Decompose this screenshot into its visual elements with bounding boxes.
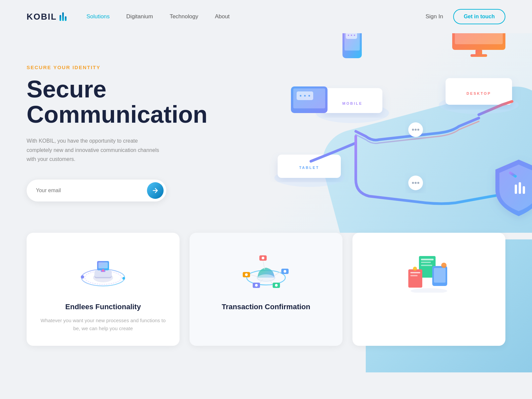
svg-point-64 — [255, 284, 258, 287]
email-input[interactable] — [36, 188, 147, 194]
card-2-title: Transaction Confirmation — [203, 303, 329, 311]
hero-description: With KOBIL, you have the opportunity to … — [27, 136, 160, 164]
svg-point-56 — [258, 274, 274, 281]
logo: KOBIL — [27, 12, 66, 22]
svg-rect-24 — [278, 155, 341, 174]
svg-text:DESKTOP: DESKTOP — [466, 91, 491, 95]
svg-point-29 — [300, 95, 302, 97]
svg-rect-75 — [421, 265, 432, 266]
header-right: Sign In Get in touch — [426, 9, 505, 24]
card-2-icon — [239, 249, 293, 293]
nav-digitanium[interactable]: Digitanium — [126, 13, 153, 20]
svg-rect-42 — [523, 186, 525, 194]
svg-point-8 — [351, 35, 352, 36]
svg-rect-77 — [434, 268, 446, 283]
nav-about[interactable]: About — [215, 13, 229, 20]
card-1-icon — [76, 249, 130, 293]
svg-point-38 — [415, 182, 417, 184]
svg-point-7 — [348, 35, 349, 36]
logo-bar-3 — [65, 16, 66, 21]
svg-point-83 — [411, 288, 447, 293]
svg-rect-40 — [515, 185, 517, 194]
email-form — [27, 180, 166, 201]
svg-rect-41 — [519, 182, 521, 194]
main-nav: Solutions Digitanium Technology About — [86, 13, 230, 20]
svg-point-30 — [304, 95, 306, 97]
get-in-touch-button[interactable]: Get in touch — [453, 9, 505, 24]
svg-point-35 — [417, 129, 419, 131]
svg-point-39 — [417, 182, 419, 184]
hero-section: SECURE YOUR IDENTITY Secure Communicatio… — [0, 33, 532, 239]
header-left: KOBIL Solutions Digitanium Technology Ab… — [27, 12, 230, 22]
svg-rect-6 — [346, 33, 357, 39]
svg-rect-74 — [421, 262, 431, 263]
device-illustration — [402, 249, 456, 293]
svg-rect-15 — [455, 33, 503, 44]
arrow-right-icon — [152, 187, 159, 194]
functionality-illustration — [76, 251, 130, 291]
card-1-title: Endlees Functionality — [40, 303, 166, 311]
email-submit-button[interactable] — [147, 182, 164, 199]
svg-point-37 — [412, 182, 414, 184]
card-1-description: Whatever you want your new processes and… — [40, 317, 166, 332]
svg-point-33 — [412, 129, 414, 131]
svg-point-58 — [245, 273, 248, 276]
hero-content: SECURE YOUR IDENTITY Secure Communicatio… — [27, 65, 200, 201]
svg-rect-21 — [470, 54, 487, 57]
svg-point-9 — [354, 35, 355, 36]
svg-rect-79 — [410, 272, 420, 273]
logo-text: KOBIL — [27, 12, 57, 22]
hero-title-line1: Secure — [27, 76, 106, 102]
svg-point-81 — [441, 263, 447, 268]
svg-rect-12 — [446, 78, 512, 101]
svg-rect-73 — [421, 259, 434, 260]
sign-in-link[interactable]: Sign In — [426, 13, 443, 20]
hero-illustration: MOBILE DESKTOP — [253, 33, 532, 239]
logo-bar-1 — [60, 15, 61, 21]
hero-title: Secure Communication — [27, 77, 200, 127]
svg-point-52 — [122, 277, 125, 280]
svg-rect-20 — [475, 50, 482, 55]
network-illustration: MOBILE DESKTOP — [253, 33, 532, 239]
transaction-illustration — [239, 249, 293, 293]
svg-point-53 — [102, 269, 104, 272]
card-transaction: Transaction Confirmation — [190, 233, 342, 346]
svg-rect-49 — [98, 262, 108, 268]
card-3-icon — [402, 249, 456, 293]
logo-bars-icon — [60, 12, 66, 21]
logo-bar-2 — [62, 12, 64, 21]
hero-title-line2: Communication — [27, 101, 207, 128]
svg-line-67 — [250, 275, 258, 277]
svg-text:TABLET: TABLET — [299, 166, 320, 170]
svg-point-62 — [284, 270, 286, 273]
nav-technology[interactable]: Technology — [170, 13, 198, 20]
svg-text:MOBILE: MOBILE — [342, 101, 363, 105]
svg-point-60 — [262, 257, 264, 259]
header: KOBIL Solutions Digitanium Technology Ab… — [0, 0, 532, 33]
card-third — [352, 233, 505, 346]
card-functionality: Endlees Functionality Whatever you want … — [27, 233, 180, 346]
svg-point-34 — [415, 129, 417, 131]
nav-solutions[interactable]: Solutions — [86, 13, 110, 20]
hero-eyebrow: SECURE YOUR IDENTITY — [27, 65, 200, 70]
svg-point-51 — [81, 275, 84, 279]
svg-rect-80 — [410, 275, 418, 276]
svg-line-68 — [263, 261, 265, 269]
svg-point-66 — [275, 284, 278, 287]
svg-point-31 — [309, 95, 310, 97]
svg-point-82 — [413, 267, 417, 271]
